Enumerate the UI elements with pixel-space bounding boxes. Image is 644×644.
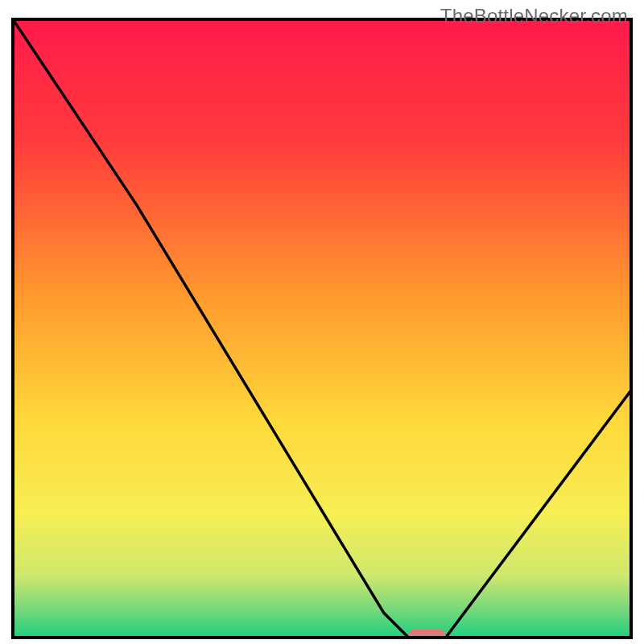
bottleneck-chart [0, 0, 644, 644]
gradient-background [13, 19, 631, 638]
attribution-watermark: TheBottleNecker.com [440, 5, 628, 27]
chart-container: TheBottleNecker.com [0, 0, 644, 644]
